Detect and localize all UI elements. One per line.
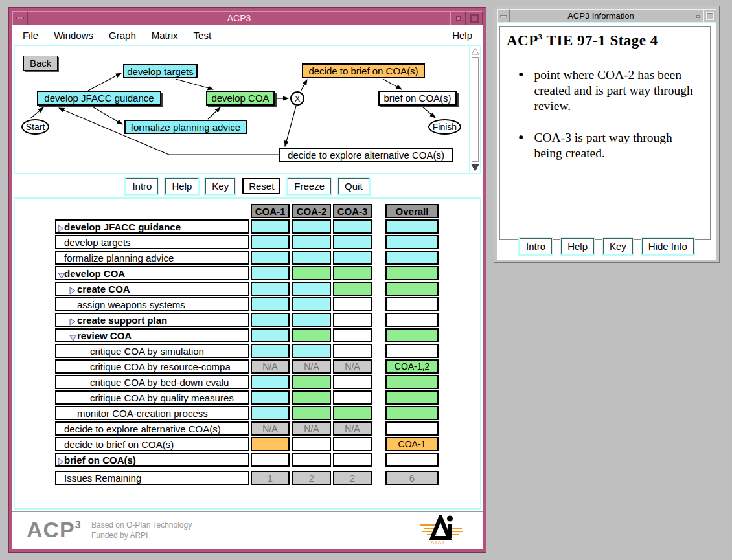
matrix-cell-coa-1[interactable]: [251, 375, 290, 389]
matrix-cell-overall[interactable]: [385, 266, 439, 280]
matrix-row-label[interactable]: decide to explore alternative COA(s): [55, 421, 249, 436]
matrix-row-label[interactable]: critique COA by resource-compa: [55, 359, 249, 374]
freeze-button[interactable]: Freeze: [288, 178, 331, 194]
minimize-button[interactable]: [450, 11, 466, 25]
matrix-cell-overall[interactable]: [385, 421, 439, 436]
matrix-row-label[interactable]: review COA: [55, 328, 249, 342]
key-button[interactable]: Key: [205, 178, 235, 194]
expander-right-icon[interactable]: [58, 456, 64, 467]
matrix-cell-coa-2[interactable]: [292, 297, 331, 311]
graph-node-develop-targets[interactable]: develop targets: [123, 64, 198, 78]
matrix-row-label[interactable]: assign weapons systems: [55, 297, 249, 311]
matrix-cell-coa-1[interactable]: [251, 235, 290, 249]
matrix-cell-coa-2[interactable]: [292, 344, 331, 358]
matrix-cell-coa-3[interactable]: N/A: [333, 359, 372, 374]
matrix-row-label[interactable]: develop COA: [55, 266, 249, 280]
menu-matrix[interactable]: Matrix: [152, 30, 178, 41]
back-button[interactable]: Back: [23, 56, 58, 71]
matrix-cell-overall[interactable]: [385, 328, 439, 342]
matrix-cell-coa-2[interactable]: N/A: [292, 421, 331, 436]
matrix-row-label[interactable]: create COA: [55, 282, 249, 296]
menu-test[interactable]: Test: [194, 30, 212, 41]
matrix-cell-coa-1[interactable]: [251, 437, 290, 451]
matrix-row-label[interactable]: create support plan: [55, 313, 249, 327]
info-minimize-button[interactable]: [692, 9, 703, 23]
matrix-row-label[interactable]: monitor COA-creation process: [55, 406, 249, 420]
matrix-cell-coa-1[interactable]: [251, 406, 290, 420]
expander-right-icon[interactable]: [58, 223, 64, 234]
intro-button[interactable]: Intro: [126, 178, 158, 194]
matrix-cell-coa-2[interactable]: [292, 406, 331, 420]
matrix-cell-overall[interactable]: [385, 235, 439, 249]
matrix-cell-coa-2[interactable]: [292, 437, 331, 451]
matrix-cell-overall[interactable]: COA-1,2: [385, 359, 439, 374]
matrix-row-label[interactable]: develop targets: [55, 235, 249, 249]
graph-node-develop-jfacc-guidance[interactable]: develop JFACC guidance: [37, 91, 161, 106]
matrix-cell-coa-3[interactable]: [333, 219, 372, 234]
matrix-cell-coa-2[interactable]: [292, 266, 331, 280]
matrix-cell-coa-2[interactable]: [292, 313, 331, 327]
matrix-cell-overall[interactable]: [385, 297, 439, 311]
menu-graph[interactable]: Graph: [109, 30, 136, 41]
matrix-row-label[interactable]: brief on COA(s): [55, 453, 249, 467]
info-intro-button[interactable]: Intro: [520, 238, 552, 254]
matrix-cell-overall[interactable]: COA-1: [385, 437, 439, 451]
window-menu-button[interactable]: [12, 11, 28, 25]
menu-help[interactable]: Help: [452, 30, 472, 41]
matrix-cell-coa-1[interactable]: [251, 328, 290, 342]
matrix-cell-coa-2[interactable]: [292, 219, 331, 234]
matrix-row-label[interactable]: develop JFACC guidance: [55, 219, 249, 234]
matrix-row-label[interactable]: decide to brief on COA(s): [55, 437, 249, 451]
matrix-cell-coa-1[interactable]: [251, 344, 290, 358]
matrix-cell-coa-1[interactable]: [251, 313, 290, 327]
graph-node-brief-on-coas[interactable]: brief on COA(s): [378, 91, 457, 106]
matrix-cell-coa-3[interactable]: [333, 266, 372, 280]
scroll-thumb[interactable]: [472, 57, 479, 162]
matrix-row-label[interactable]: critique COA by bed-down evalu: [55, 375, 249, 389]
matrix-cell-coa-1[interactable]: [251, 219, 290, 234]
matrix-cell-coa-3[interactable]: [333, 375, 372, 389]
matrix-cell-coa-2[interactable]: N/A: [292, 359, 331, 374]
matrix-cell-overall[interactable]: [385, 375, 439, 389]
matrix-cell-coa-2[interactable]: [292, 235, 331, 249]
matrix-cell-coa-3[interactable]: [333, 235, 372, 249]
expander-down-icon[interactable]: [69, 332, 77, 342]
matrix-row-label[interactable]: formalize planning advice: [55, 251, 249, 265]
matrix-cell-coa-3[interactable]: [333, 406, 372, 420]
matrix-cell-coa-3[interactable]: N/A: [333, 421, 372, 436]
matrix-cell-coa-2[interactable]: [292, 375, 331, 389]
graph-node-develop-coa[interactable]: develop COA: [206, 91, 275, 106]
graph-node-decide-to-explore[interactable]: decide to explore alternative COA(s): [279, 148, 453, 162]
reset-button[interactable]: Reset: [242, 178, 280, 194]
matrix-cell-coa-3[interactable]: [333, 453, 372, 467]
matrix-cell-overall[interactable]: [385, 390, 439, 405]
maximize-button[interactable]: [466, 11, 483, 25]
matrix-cell-overall[interactable]: [385, 344, 439, 358]
matrix-cell-coa-1[interactable]: [251, 297, 290, 311]
info-help-button[interactable]: Help: [561, 238, 594, 254]
quit-button[interactable]: Quit: [338, 178, 369, 194]
scroll-up-icon[interactable]: [471, 47, 479, 55]
matrix-cell-coa-2[interactable]: [292, 453, 331, 467]
matrix-cell-overall[interactable]: [385, 453, 439, 467]
matrix-cell-coa-3[interactable]: [333, 251, 372, 265]
matrix-cell-coa-1[interactable]: N/A: [251, 359, 290, 374]
matrix-row-label[interactable]: critique COA by simulation: [55, 344, 249, 358]
expander-right-icon[interactable]: [69, 286, 76, 296]
matrix-cell-coa-3[interactable]: [333, 313, 372, 327]
graph-node-decide-to-brief[interactable]: decide to brief on COA(s): [302, 63, 425, 78]
matrix-cell-coa-3[interactable]: [333, 328, 372, 342]
matrix-cell-overall[interactable]: [385, 251, 439, 265]
matrix-cell-coa-2[interactable]: [292, 282, 331, 296]
matrix-cell-coa-1[interactable]: N/A: [251, 421, 290, 436]
info-hide-info-button[interactable]: Hide Info: [642, 238, 694, 254]
matrix-cell-coa-1[interactable]: [251, 282, 290, 296]
expander-right-icon[interactable]: [69, 317, 76, 327]
matrix-row-label[interactable]: critique COA by quality measures: [55, 390, 249, 405]
matrix-cell-overall[interactable]: [385, 282, 439, 296]
info-maximize-button[interactable]: [703, 9, 716, 23]
menu-file[interactable]: File: [23, 30, 38, 41]
matrix-cell-coa-3[interactable]: [333, 437, 372, 451]
matrix-cell-coa-1[interactable]: [251, 251, 290, 265]
matrix-cell-coa-1[interactable]: [251, 266, 290, 280]
